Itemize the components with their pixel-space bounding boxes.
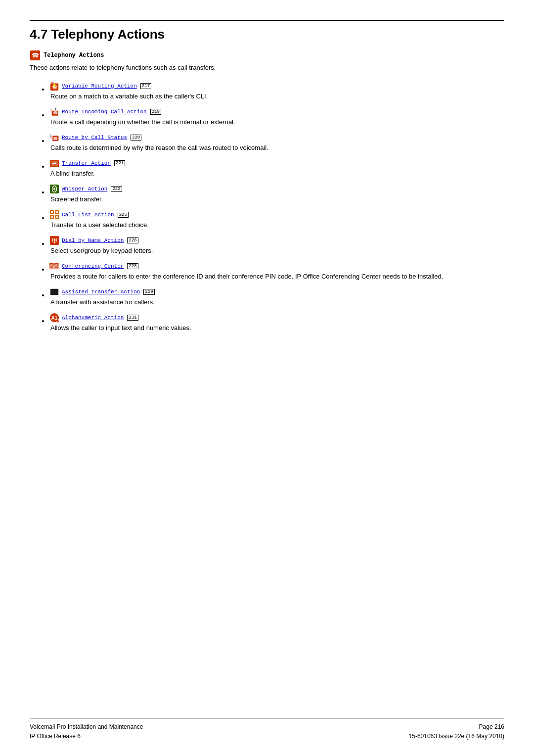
footer-page-number: Page 216 [409,722,504,732]
route-incoming-desc: Route a call depending on whether the ca… [49,118,504,126]
telephony-section-icon: ☎ [30,50,41,61]
transfer-link[interactable]: Transfer Action [62,160,111,166]
list-item: ☎ Variable Routing Action 217 Route on a… [49,81,504,100]
list-item: Dial by Name Action 226 Select user/grou… [49,236,504,254]
whisper-ref: 223 [111,186,122,192]
svg-rect-48 [49,267,53,268]
svg-point-37 [52,238,53,240]
call-list-desc: Transfer to a user selected choice. [49,221,504,229]
item-link-row: A1 Alphanumeric Action 231 [49,313,504,323]
list-item: Call List Action 225 Transfer to a user … [49,210,504,229]
whisper-icon [49,184,59,194]
svg-point-42 [55,240,57,242]
svg-point-23 [53,188,55,190]
item-link-row: Dial by Name Action 226 [49,236,504,245]
variable-routing-link[interactable]: Variable Routing Action [62,83,137,89]
svg-rect-52 [50,289,58,295]
dial-by-name-icon [49,236,59,245]
item-link-row: Whisper Action 223 [49,184,504,194]
call-list-icon [49,210,59,220]
svg-rect-51 [54,269,58,270]
alphanumeric-ref: 231 [127,315,138,321]
svg-text:↓: ↓ [49,137,51,140]
svg-point-38 [54,238,55,240]
svg-text:☎: ☎ [32,52,39,59]
alphanumeric-desc: Allows the caller to input text and nume… [49,324,504,331]
alphanumeric-icon: A1 [49,313,59,323]
list-item: Transfer Action 221 A blind transfer. [49,158,504,177]
svg-rect-50 [49,269,53,270]
svg-point-43 [54,242,55,243]
svg-point-41 [54,240,55,242]
footer-doc-title: Voicemail Pro Installation and Maintenan… [30,722,143,732]
list-item: ↓ ↑ 2 ☎ Route Incoming Call Action 219 R… [49,107,504,126]
whisper-desc: Screened transfer. [49,195,504,203]
conferencing-center-desc: Provides a route for callers to enter th… [49,273,504,280]
page-title: 4.7 Telephony Actions [30,20,504,42]
svg-point-40 [52,240,53,242]
assisted-transfer-icon [49,287,59,297]
item-link-row: ☎ ☎ Conferencing Center 228 [49,261,504,271]
item-link-row: 2 ↓ ↑ ☎ Route by Call Status 220 [49,133,504,142]
svg-text:↑: ↑ [51,137,52,140]
svg-text:☎: ☎ [53,137,58,141]
item-link-row: Call List Action 225 [49,210,504,220]
svg-marker-55 [57,320,59,323]
assisted-transfer-ref: 229 [143,289,154,295]
page-container: 4.7 Telephony Actions ☎ Telephony Action… [0,0,534,756]
svg-point-39 [55,238,57,240]
route-incoming-link[interactable]: Route Incoming Call Action [62,109,147,115]
item-link-row: ↓ ↑ 2 ☎ Route Incoming Call Action 219 [49,107,504,117]
dial-by-name-desc: Select user/group by keypad letters. [49,247,504,254]
assisted-transfer-link[interactable]: Assisted Transfer Action [62,289,140,295]
footer-doc-subtitle: IP Office Release 6 [30,732,143,741]
svg-text:↑: ↑ [51,108,52,111]
assisted-transfer-desc: A transfer with assistance for callers. [49,298,504,306]
call-list-ref: 225 [118,212,129,218]
route-by-call-status-desc: Calls route is determined by why the rea… [49,144,504,151]
route-incoming-ref: 219 [150,109,161,115]
dial-by-name-link[interactable]: Dial by Name Action [62,237,124,243]
alphanumeric-link[interactable]: Alphanumeric Action [62,315,124,321]
section-header-title: Telephony Actions [44,52,104,59]
footer-left: Voicemail Pro Installation and Maintenan… [30,722,143,741]
route-by-call-status-link[interactable]: Route by Call Status [62,135,127,141]
dial-by-name-ref: 226 [127,237,138,243]
list-item: Assisted Transfer Action 229 A transfer … [49,287,504,306]
intro-text: These actions relate to telephony functi… [30,64,504,71]
route-incoming-icon: ↓ ↑ 2 ☎ [49,107,59,117]
list-item: 2 ↓ ↑ ☎ Route by Call Status 220 Calls r… [49,133,504,151]
variable-routing-desc: Route on a match to a variable such as t… [49,93,504,100]
svg-rect-49 [54,267,58,268]
footer-issue: 15-601063 Issue 22e (16 May 2010) [409,732,504,741]
section-header: ☎ Telephony Actions [30,50,504,61]
list-item: A1 Alphanumeric Action 231 Allows the ca… [49,313,504,331]
item-link-row: Assisted Transfer Action 229 [49,287,504,297]
conferencing-center-icon: ☎ ☎ [49,261,59,271]
item-link-row: Transfer Action 221 [49,158,504,168]
whisper-link[interactable]: Whisper Action [62,186,107,192]
svg-text:☎: ☎ [50,264,53,267]
items-list: ☎ Variable Routing Action 217 Route on a… [30,81,504,331]
transfer-icon [49,158,59,168]
variable-routing-icon: ☎ [49,81,59,91]
footer-right: Page 216 15-601063 Issue 22e (16 May 201… [409,722,504,741]
route-by-call-status-ref: 220 [131,135,141,141]
conferencing-center-ref: 228 [127,263,138,269]
list-item: ☎ ☎ Conferencing Center 228 Provides a r… [49,261,504,280]
svg-text:↓: ↓ [49,108,51,111]
list-item: Whisper Action 223 Screened transfer. [49,184,504,203]
transfer-ref: 221 [114,160,125,166]
route-by-call-status-icon: 2 ↓ ↑ ☎ [49,133,59,142]
transfer-desc: A blind transfer. [49,170,504,177]
svg-text:☎: ☎ [55,264,58,267]
svg-text:A1: A1 [51,315,58,321]
call-list-link[interactable]: Call List Action [62,212,114,218]
item-link-row: ☎ Variable Routing Action 217 [49,81,504,91]
svg-text:2: 2 [55,108,56,111]
variable-routing-ref: 217 [140,83,151,89]
conferencing-center-link[interactable]: Conferencing Center [62,263,124,269]
svg-text:☎: ☎ [53,111,58,115]
footer: Voicemail Pro Installation and Maintenan… [30,718,504,741]
